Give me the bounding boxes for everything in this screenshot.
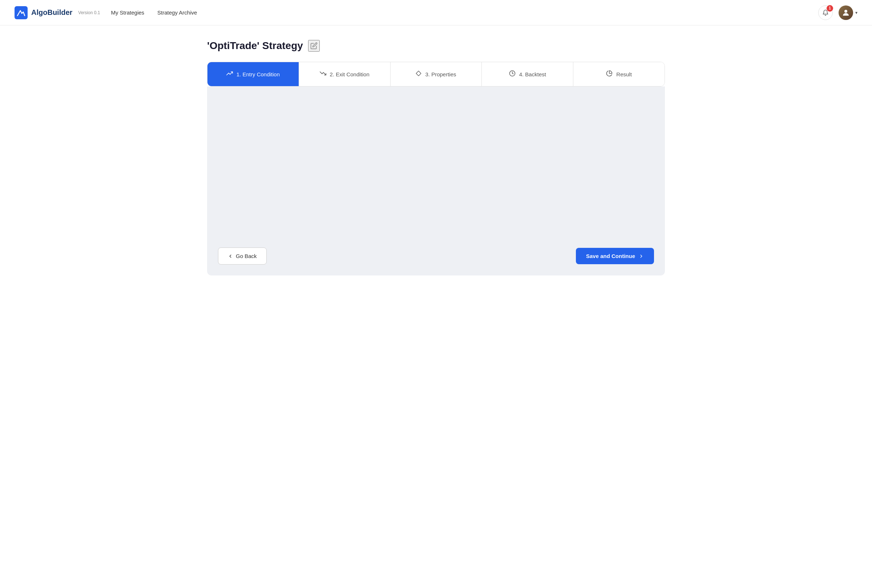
navbar: AlgoBuilder Version 0.1 My Strategies St…: [0, 0, 872, 26]
workspace: Go Back Save and Continue: [207, 87, 665, 276]
app-version: Version 0.1: [78, 10, 100, 15]
tab-backtest-label: 4. Backtest: [519, 71, 546, 77]
save-continue-label: Save and Continue: [586, 253, 635, 259]
avatar-icon: [842, 8, 850, 17]
edit-title-button[interactable]: [308, 40, 320, 52]
page-title: 'OptiTrade' Strategy: [207, 40, 303, 52]
svg-marker-2: [417, 71, 421, 76]
algobuilder-logo-icon: [15, 6, 28, 19]
chevron-right-icon: [639, 254, 644, 259]
go-back-label: Go Back: [236, 253, 257, 259]
trending-down-icon: [320, 70, 326, 76]
tab-result-label: Result: [616, 71, 632, 77]
tabs-container: 1. Entry Condition 2. Exit Condition 3. …: [207, 62, 665, 87]
main-content: 'OptiTrade' Strategy 1. Entry Condition: [193, 26, 679, 276]
tab-entry-condition[interactable]: 1. Entry Condition: [207, 62, 299, 86]
page-title-row: 'OptiTrade' Strategy: [207, 40, 665, 52]
nav-link-my-strategies[interactable]: My Strategies: [111, 9, 144, 16]
tab-exit-condition[interactable]: 2. Exit Condition: [299, 62, 391, 86]
tab-exit-condition-label: 2. Exit Condition: [330, 71, 370, 77]
nav-right: 1 ▾: [818, 6, 857, 20]
diamond-icon: [416, 70, 421, 76]
nav-link-strategy-archive[interactable]: Strategy Archive: [157, 9, 197, 16]
chevron-down-icon: ▾: [855, 10, 857, 15]
go-back-button[interactable]: Go Back: [218, 248, 267, 265]
result-icon: [606, 70, 613, 78]
avatar: [839, 6, 853, 20]
tab-entry-condition-label: 1. Entry Condition: [237, 71, 280, 77]
save-continue-button[interactable]: Save and Continue: [576, 248, 654, 264]
clock-icon: [509, 70, 515, 76]
exit-condition-icon: [320, 70, 326, 78]
workspace-actions: Go Back Save and Continue: [218, 240, 654, 265]
entry-condition-icon: [226, 70, 233, 78]
trending-up-icon: [226, 70, 233, 76]
pencil-icon: [310, 42, 318, 50]
backtest-icon: [509, 70, 515, 78]
workspace-inner: [218, 98, 654, 240]
tab-backtest[interactable]: 4. Backtest: [482, 62, 573, 86]
logo-area: AlgoBuilder Version 0.1: [15, 6, 100, 19]
pie-chart-icon: [606, 70, 613, 76]
tab-result[interactable]: Result: [573, 62, 665, 86]
app-name: AlgoBuilder: [31, 8, 72, 17]
notification-badge: 1: [827, 5, 833, 12]
avatar-button[interactable]: ▾: [839, 6, 857, 20]
svg-point-1: [844, 10, 847, 13]
properties-icon: [416, 70, 421, 78]
nav-links: My Strategies Strategy Archive: [111, 9, 818, 16]
notification-button[interactable]: 1: [818, 6, 833, 20]
tab-properties[interactable]: 3. Properties: [391, 62, 482, 86]
chevron-left-icon: [228, 254, 233, 259]
tab-properties-label: 3. Properties: [425, 71, 456, 77]
